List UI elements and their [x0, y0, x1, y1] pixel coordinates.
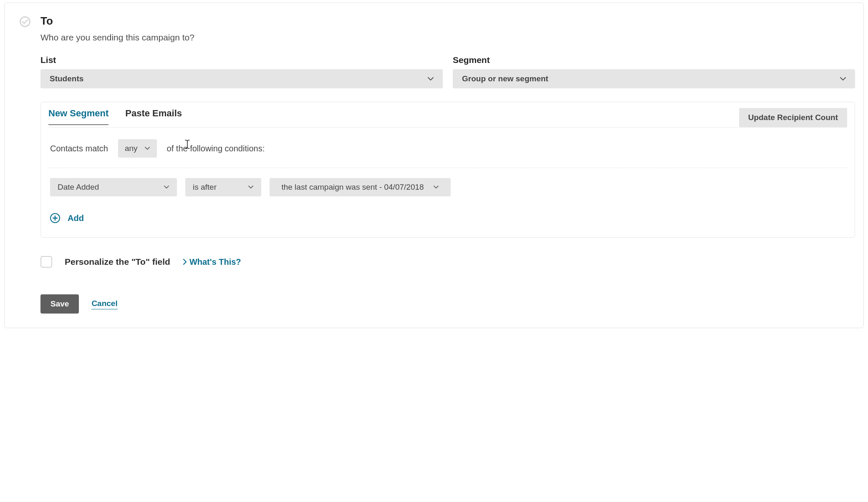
whats-this-link[interactable]: What's This?: [183, 257, 241, 267]
condition-field-value: Date Added: [58, 183, 99, 192]
whats-this-label: What's This?: [189, 257, 241, 267]
chevron-down-icon: [144, 146, 150, 151]
list-select-value: Students: [50, 74, 83, 83]
condition-row: Date Added is after the last campaign wa…: [50, 178, 847, 196]
save-button[interactable]: Save: [40, 294, 79, 314]
tab-new-segment[interactable]: New Segment: [48, 108, 108, 125]
chevron-down-icon: [248, 184, 254, 190]
condition-operator-select[interactable]: is after: [185, 178, 261, 196]
condition-field-select[interactable]: Date Added: [50, 178, 177, 196]
match-mode-select[interactable]: any: [118, 139, 157, 158]
chevron-down-icon: [840, 76, 846, 82]
check-circle-icon: [20, 16, 30, 27]
tab-paste-emails[interactable]: Paste Emails: [125, 108, 182, 125]
segment-label: Segment: [453, 55, 855, 65]
section-subtitle: Who are you sending this campaign to?: [40, 33, 194, 43]
personalize-label: Personalize the "To" field: [65, 257, 170, 267]
add-condition-button[interactable]: Add: [50, 213, 84, 223]
condition-value-select[interactable]: the last campaign was sent - 04/07/2018: [270, 178, 451, 196]
chevron-right-icon: [183, 257, 187, 267]
segment-builder: New Segment Paste Emails Update Recipien…: [40, 102, 855, 238]
chevron-down-icon: [164, 184, 169, 190]
list-label: List: [40, 55, 443, 65]
add-condition-label: Add: [68, 213, 84, 223]
segment-select[interactable]: Group or new segment: [453, 69, 855, 88]
update-recipient-count-button[interactable]: Update Recipient Count: [739, 108, 847, 127]
condition-value-text: the last campaign was sent - 04/07/2018: [281, 183, 424, 192]
list-select[interactable]: Students: [40, 69, 443, 88]
condition-operator-value: is after: [193, 183, 217, 192]
section-header: To Who are you sending this campaign to?: [20, 15, 855, 43]
personalize-checkbox[interactable]: [40, 256, 52, 268]
section-title: To: [40, 15, 194, 28]
segment-select-value: Group or new segment: [462, 74, 548, 83]
chevron-down-icon: [428, 76, 434, 82]
chevron-down-icon: [433, 184, 439, 190]
cancel-link[interactable]: Cancel: [91, 299, 117, 309]
match-prefix: Contacts match: [50, 144, 108, 153]
match-suffix: of the following conditions:: [167, 144, 265, 153]
match-mode-value: any: [125, 144, 138, 153]
to-section: To Who are you sending this campaign to?…: [4, 3, 864, 328]
plus-circle-icon: [50, 213, 60, 223]
